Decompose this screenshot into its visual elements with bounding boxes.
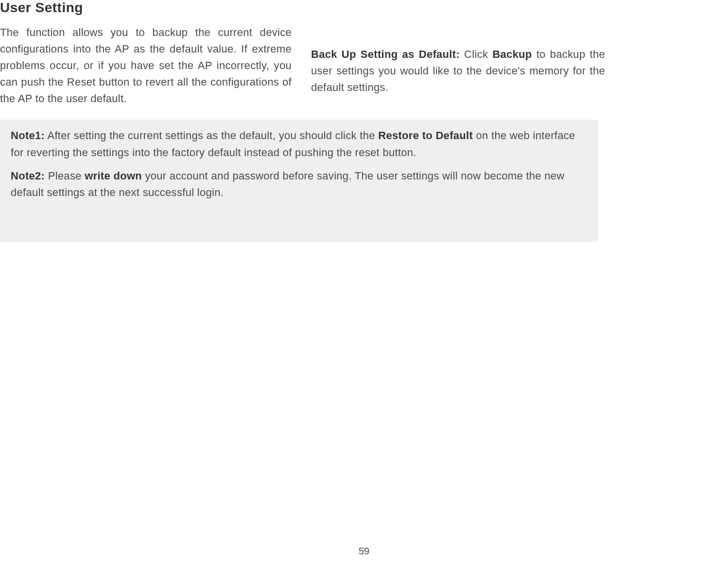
- note1-paragraph: Note1: After setting the current setting…: [11, 127, 587, 160]
- backup-setting-label: Back Up Setting as Default:: [311, 48, 460, 60]
- note1-prefix: After setting the current settings as th…: [45, 129, 378, 142]
- page-number: 59: [0, 546, 728, 557]
- note2-paragraph: Note2: Please write down your account an…: [11, 168, 587, 201]
- right-text-prefix: Click: [460, 48, 492, 60]
- note1-bold-phrase: Restore to Default: [378, 129, 473, 142]
- note2-prefix: Please: [45, 170, 85, 182]
- content-columns: The function allows you to backup the cu…: [0, 24, 728, 116]
- page-title: User Setting: [0, 0, 728, 24]
- note2-bold-phrase: write down: [85, 170, 142, 182]
- left-column: The function allows you to backup the cu…: [0, 24, 292, 107]
- left-column-text: The function allows you to backup the cu…: [0, 26, 292, 105]
- note1-label: Note1:: [11, 129, 45, 142]
- backup-bold-word: Backup: [492, 48, 532, 60]
- right-column: Back Up Setting as Default: Click Backup…: [311, 46, 605, 107]
- notes-box: Note1: After setting the current setting…: [0, 120, 598, 241]
- note2-label: Note2:: [11, 170, 45, 182]
